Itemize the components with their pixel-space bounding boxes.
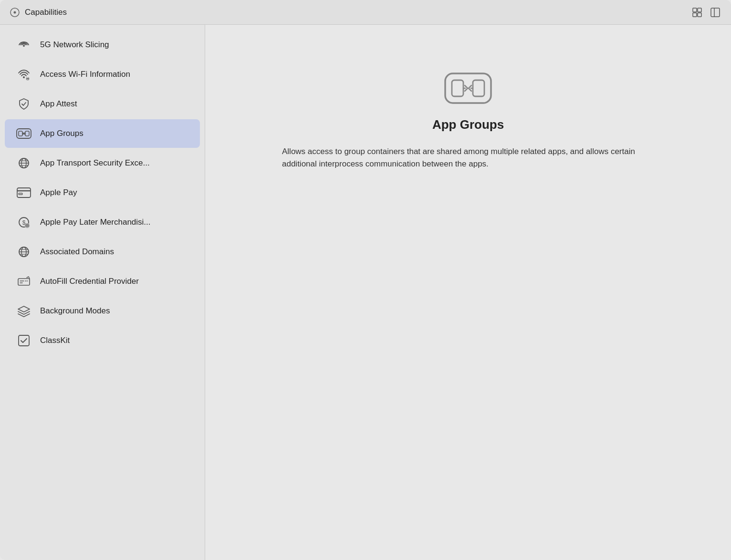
- grid-view-button[interactable]: [691, 6, 703, 19]
- svg-point-12: [27, 79, 28, 80]
- svg-point-9: [23, 76, 25, 78]
- sidebar-item-classkit[interactable]: ClassKit: [5, 326, 200, 355]
- wifi-icon: [16, 67, 31, 82]
- svg-rect-5: [698, 13, 701, 17]
- detail-pane: App Groups Allows access to group contai…: [205, 25, 731, 560]
- svg-rect-42: [452, 80, 463, 96]
- checkbox-icon: [16, 333, 31, 348]
- sidebar-item-label-wifi: Access Wi-Fi Information: [40, 70, 130, 79]
- titlebar-right: [691, 6, 721, 19]
- titlebar-left: Capabilities: [10, 7, 67, 18]
- svg-rect-40: [19, 335, 29, 346]
- sidebar-item-label-autofill: AutoFill Credential Provider: [40, 277, 139, 286]
- sidebar-item-app-attest[interactable]: App Attest: [5, 90, 200, 118]
- sidebar-item-access-wifi[interactable]: Access Wi-Fi Information: [5, 60, 200, 89]
- sidebar-item-autofill[interactable]: AutoFill Credential Provider: [5, 267, 200, 296]
- svg-rect-25: [19, 193, 22, 195]
- svg-rect-3: [698, 8, 701, 12]
- globe-network-icon: [16, 156, 31, 171]
- detail-capability-icon: [444, 73, 492, 104]
- svg-marker-39: [18, 306, 30, 312]
- circle-menu-icon[interactable]: [10, 7, 20, 18]
- sidebar-item-label-app-attest: App Attest: [40, 99, 77, 109]
- sidebar-item-label-apple-pay: Apple Pay: [40, 188, 77, 197]
- sidebar-item-label-apple-pay-later: Apple Pay Later Merchandisi...: [40, 218, 151, 227]
- detail-title: App Groups: [432, 117, 504, 132]
- shield-check-icon: [16, 96, 31, 112]
- sidebar-item-5g-network-slicing[interactable]: 5G Network Slicing: [5, 31, 200, 59]
- titlebar-title: Capabilities: [25, 8, 67, 17]
- svg-rect-6: [711, 8, 720, 17]
- app-groups-icon: [16, 126, 31, 141]
- titlebar: Capabilities: [0, 0, 731, 25]
- svg-rect-15: [25, 131, 29, 136]
- sidebar-item-associated-domains[interactable]: Associated Domains: [5, 238, 200, 266]
- sidebar-item-label-associated-domains: Associated Domains: [40, 247, 114, 257]
- svg-text:...: ...: [26, 225, 29, 228]
- sidebar-item-label-classkit: ClassKit: [40, 336, 70, 345]
- sidebar-item-app-transport[interactable]: App Transport Security Exce...: [5, 149, 200, 177]
- dollar-circle-icon: $ ...: [16, 215, 31, 230]
- svg-point-8: [23, 45, 25, 47]
- svg-rect-43: [473, 80, 484, 96]
- sidebar: 5G Network Slicing Access Wi-Fi Informa: [0, 25, 205, 560]
- autofill-icon: [16, 274, 31, 289]
- svg-rect-14: [19, 131, 22, 136]
- sidebar-item-label-5g: 5G Network Slicing: [40, 40, 109, 50]
- sidebar-item-label-transport: App Transport Security Exce...: [40, 158, 150, 168]
- layers-icon: [16, 303, 31, 319]
- radio-waves-icon: [16, 37, 31, 52]
- window: Capabilities: [0, 0, 731, 560]
- sidebar-item-app-groups[interactable]: App Groups: [5, 119, 200, 148]
- main-layout: 5G Network Slicing Access Wi-Fi Informa: [0, 25, 731, 560]
- panel-view-button[interactable]: [709, 6, 721, 19]
- detail-description: Allows access to group containers that a…: [282, 145, 654, 171]
- card-icon: [16, 185, 31, 200]
- sidebar-item-apple-pay[interactable]: Apple Pay: [5, 178, 200, 207]
- sidebar-item-background-modes[interactable]: Background Modes: [5, 297, 200, 325]
- svg-rect-4: [693, 13, 697, 17]
- sidebar-item-apple-pay-later[interactable]: $ ... Apple Pay Later Merchandisi...: [5, 208, 200, 237]
- svg-point-1: [14, 11, 16, 13]
- svg-rect-2: [693, 8, 697, 12]
- globe-icon: [16, 244, 31, 259]
- svg-rect-23: [17, 188, 31, 197]
- sidebar-item-label-app-groups: App Groups: [40, 129, 84, 138]
- sidebar-item-label-background-modes: Background Modes: [40, 306, 110, 316]
- svg-rect-35: [18, 279, 30, 285]
